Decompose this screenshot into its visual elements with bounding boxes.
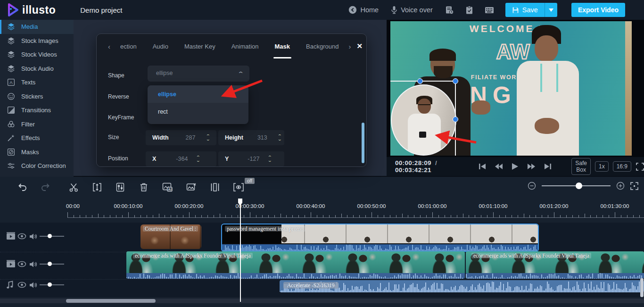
rewind-button[interactable] <box>495 163 503 170</box>
clip-courtroom[interactable]: Courtroom And Gavel : <box>140 224 201 249</box>
fullscreen-icon[interactable] <box>636 163 644 171</box>
track-mute-icon[interactable] <box>29 233 37 242</box>
y-label: Y <box>225 156 229 162</box>
width-value[interactable]: 287 <box>186 134 206 141</box>
mask-handle-corner[interactable] <box>453 78 458 84</box>
shape-option-rect[interactable]: rect <box>148 103 248 120</box>
tab-audio[interactable]: Audio <box>153 43 168 50</box>
tabs-scroll-left-icon[interactable]: ‹ <box>108 42 110 50</box>
x-stepper[interactable]: ⌃⌄ <box>197 156 200 162</box>
timeline-horizontal-scrollbar[interactable] <box>0 299 644 303</box>
shape-option-ellipse[interactable]: ellipse <box>148 85 248 103</box>
delete-trash-icon[interactable] <box>140 183 148 192</box>
timeline-vertical-scrollbar[interactable] <box>640 278 644 297</box>
sidebar-item-stock-images[interactable]: Stock Images <box>0 34 74 48</box>
sidebar-item-transitions[interactable]: Transitions <box>0 103 74 117</box>
redo-icon[interactable] <box>41 183 51 192</box>
adjust-panel-icon[interactable] <box>116 183 124 192</box>
track-volume-slider[interactable] <box>40 284 64 285</box>
track-visibility-icon[interactable] <box>17 282 26 290</box>
save-button[interactable]: Save <box>505 3 545 17</box>
fit-timeline-icon[interactable] <box>630 182 638 190</box>
track-mute-icon[interactable] <box>29 282 37 290</box>
trim-expand-icon[interactable] <box>92 183 102 192</box>
track-volume-knob[interactable] <box>48 234 52 238</box>
sidebar-item-stickers[interactable]: Stickers <box>0 90 74 104</box>
zoom-slider-thumb[interactable] <box>576 183 582 189</box>
clip-password-waveform <box>222 244 538 251</box>
zoom-in-icon[interactable] <box>616 182 625 190</box>
sidebar-item-color-correction[interactable]: Color Correction <box>0 159 74 173</box>
video-preview[interactable]: WELCOME TO AW FILIATE WORLD ASIA 20 NGKO… <box>390 21 632 156</box>
height-stepper[interactable]: ⌃⌄ <box>278 134 281 141</box>
preview-frame-icon[interactable] <box>233 183 244 192</box>
hscroll-thumb[interactable] <box>66 299 156 303</box>
y-input-group[interactable]: Y -127 ⌃⌄ <box>218 151 284 166</box>
sidebar-item-media[interactable]: Media <box>0 20 74 34</box>
skip-start-button[interactable] <box>479 163 486 170</box>
zoom-out-icon[interactable] <box>528 182 536 190</box>
clip-audio[interactable]: Accelerate -S2-16319 <box>280 280 644 292</box>
sidebar-item-masks[interactable]: Masks <box>0 145 74 159</box>
skip-end-button[interactable] <box>544 163 552 170</box>
y-value[interactable]: -127 <box>248 156 267 162</box>
tabs-scroll-right-icon[interactable]: › <box>348 42 351 50</box>
mask-handle-top[interactable] <box>417 78 423 84</box>
tab-master-key[interactable]: Master Key <box>184 43 215 50</box>
cut-scissors-icon[interactable] <box>69 183 79 192</box>
mask-handle-right[interactable] <box>453 116 458 122</box>
sidebar-item-stock-videos[interactable]: Stock Videos <box>0 48 74 62</box>
clipboard-check-icon[interactable] <box>465 6 473 15</box>
export-video-button[interactable]: Export Video <box>571 3 625 17</box>
voice-over-button[interactable]: Voice over <box>391 6 433 14</box>
play-button[interactable] <box>512 163 519 170</box>
dialog-close-icon[interactable]: ✕ <box>356 42 363 50</box>
sidebar-item-texts[interactable]: ATexts <box>0 75 74 90</box>
shape-dropdown[interactable]: ellipse ⌃ <box>148 66 249 82</box>
dialog-scrollbar[interactable] <box>362 123 364 163</box>
ai-image-icon[interactable]: AI <box>162 183 173 192</box>
y-stepper[interactable]: ⌃⌄ <box>268 156 272 162</box>
keyboard-shortcuts-icon[interactable] <box>485 7 494 14</box>
home-button[interactable]: Home <box>348 6 379 14</box>
safe-box-button[interactable]: Safe Box <box>571 158 591 175</box>
script-history-icon[interactable] <box>445 6 454 15</box>
clip-password-selected[interactable]: password management insta promo <box>221 224 539 252</box>
height-value[interactable]: 313 <box>257 134 277 141</box>
playhead-handle[interactable] <box>237 199 243 208</box>
sidebar-item-stock-audio[interactable]: Stock Audio <box>0 62 74 76</box>
save-dropdown-button[interactable] <box>545 3 557 17</box>
track-volume-knob[interactable] <box>48 282 52 287</box>
wand-icon <box>7 134 15 142</box>
sidebar-item-filter[interactable]: Filter <box>0 117 74 132</box>
width-stepper[interactable]: ⌃⌄ <box>206 134 210 141</box>
split-icon[interactable] <box>210 183 220 192</box>
height-input-group[interactable]: Height 313 ⌃⌄ <box>218 130 284 145</box>
clip-ecommerce-1[interactable]: ecommerce ads with AdSparkx Founder Vipu… <box>126 251 465 279</box>
track-visibility-icon[interactable] <box>17 233 26 241</box>
tab-background[interactable]: Background <box>306 43 339 50</box>
playback-speed-button[interactable]: 1x <box>595 161 609 172</box>
playhead-line[interactable] <box>240 199 241 302</box>
track-mute-icon[interactable] <box>29 261 37 270</box>
undo-icon[interactable] <box>17 183 27 192</box>
clip-ecommerce-2[interactable]: ecommerce ads with AdSparkx Founder Vipu… <box>466 251 644 279</box>
track-volume-slider[interactable] <box>40 264 64 265</box>
x-value[interactable]: -364 <box>176 156 196 162</box>
tab-animation[interactable]: Animation <box>231 43 259 50</box>
track-volume-knob[interactable] <box>48 262 52 266</box>
track-visibility-icon[interactable] <box>17 261 26 269</box>
ellipse-mask-region[interactable] <box>391 84 456 156</box>
track-volume-slider[interactable] <box>40 236 64 237</box>
timeline-ruler[interactable]: 00:0000:00:10:0000:00:20:0000:00:30:0000… <box>0 199 644 219</box>
app-logo: illusto <box>7 3 56 17</box>
width-input-group[interactable]: Width 287 ⌃⌄ <box>146 130 216 145</box>
tab-ection[interactable]: ection <box>120 43 137 50</box>
aspect-ratio-button[interactable]: 16:9 <box>613 161 631 172</box>
sidebar-item-effects[interactable]: Effects <box>0 131 74 145</box>
remove-frame-icon[interactable] <box>186 183 197 192</box>
x-input-group[interactable]: X -364 ⌃⌄ <box>146 151 216 166</box>
tab-mask[interactable]: Mask <box>275 43 290 50</box>
zoom-slider[interactable] <box>542 185 611 186</box>
fast-forward-button[interactable] <box>527 163 536 170</box>
